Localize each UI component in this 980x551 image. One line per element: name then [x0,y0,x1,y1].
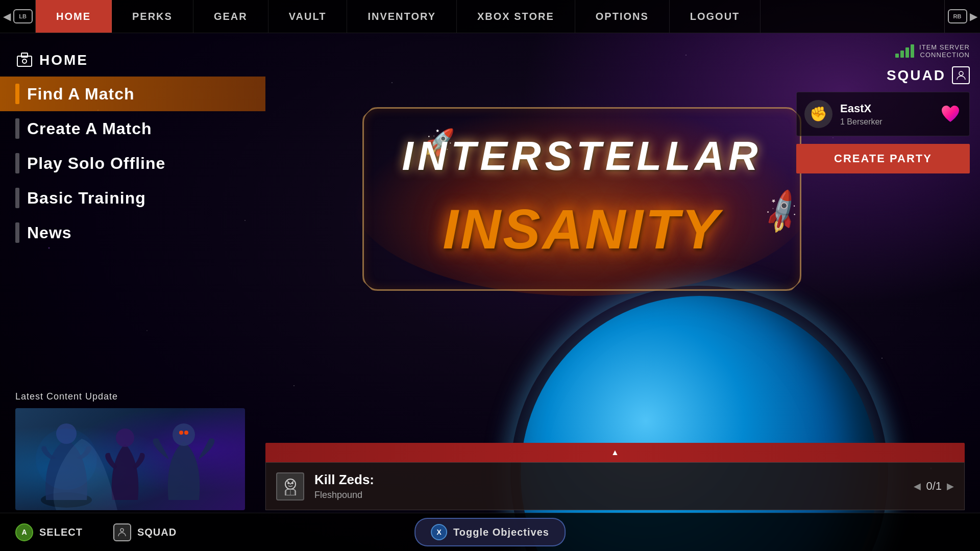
connection-label: CONNECTION [919,51,970,59]
nav-item-vault[interactable]: VAULT [268,0,348,33]
menu-indicator [15,222,19,243]
nav-item-inventory[interactable]: INVENTORY [347,0,457,33]
menu-indicator [15,188,19,208]
svg-point-13 [291,482,293,484]
player-info: EastX 1 Berserker [840,102,939,127]
svg-point-8 [173,423,195,446]
squad-button[interactable] [113,523,131,541]
svg-point-14 [120,529,124,532]
x-button: X [431,524,447,540]
menu-label-find-match: Find A Match [27,85,135,104]
objective-title: Kill Zeds: [314,472,914,488]
svg-point-2 [22,59,27,63]
bottom-bar: A SELECT SQUAD X Toggle Objectives [0,513,980,551]
menu-item-create-match[interactable]: Create A Match [0,111,265,146]
item-server-status: ITEM SERVER CONNECTION [796,43,970,59]
menu-indicator [15,84,19,104]
navbar: ◀ LB HOME PERKS GEAR VAULT INVENTORY XBO… [0,0,980,33]
player-name: EastX [840,102,939,115]
logo-title: INTERSTELLAR [352,133,812,180]
nav-item-logout[interactable]: LOGOUT [670,0,761,33]
logo-subtitle: INSANITY [352,196,812,261]
select-label: SELECT [39,527,83,538]
thumbnail-zeds-svg [15,408,245,510]
nav-item-perks[interactable]: PERKS [112,0,193,33]
bottom-action-select: A SELECT [15,523,83,541]
latest-content-label: Latest Content Update [15,391,255,402]
player-heart [939,103,962,126]
signal-bar-1 [895,54,899,58]
squad-icon [952,66,970,84]
svg-point-12 [287,482,289,484]
create-party-button[interactable]: CREATE PARTY [796,144,970,173]
bottom-left-section: Latest Content Update [15,391,255,510]
sidebar-title: HOME [39,52,88,68]
nav-item-gear[interactable]: GEAR [193,0,268,33]
item-server-label: ITEM SERVER [919,43,970,51]
menu-item-play-solo[interactable]: Play Solo Offline [0,146,265,181]
nav-left-arrow-icon: ◀ [3,10,11,22]
signal-bar-2 [900,51,904,58]
menu-indicator [15,153,19,173]
sidebar: HOME Find A Match Create A Match Play So… [0,33,265,250]
menu-indicator [15,118,19,139]
a-button[interactable]: A [15,523,33,541]
objective-subtitle: Fleshpound [314,490,914,500]
lb-button[interactable]: LB [13,9,33,23]
menu-label-basic-training: Basic Training [27,189,146,208]
objective-info: Kill Zeds: Fleshpound [314,472,914,500]
toggle-objectives-label: Toggle Objectives [453,527,549,538]
toggle-objectives-button[interactable]: X Toggle Objectives [414,518,566,546]
squad-label: SQUAD [137,527,177,538]
progress-next-icon: ▶ [947,481,954,492]
bottom-action-squad: SQUAD [113,523,177,541]
nav-items: HOME PERKS GEAR VAULT INVENTORY XBOX STO… [36,0,944,33]
squad-header: SQUAD [796,66,970,84]
svg-point-9 [179,431,183,435]
menu-label-play-solo: Play Solo Offline [27,154,165,173]
svg-point-3 [959,71,963,76]
menu-item-basic-training[interactable]: Basic Training [0,181,265,215]
objective-progress: ◀ 0/1 ▶ [914,480,954,493]
nav-item-home[interactable]: HOME [36,0,112,33]
home-icon [15,51,33,69]
nav-rb-section: RB ▶ [944,0,980,33]
berserker-icon: ✊ [810,106,827,122]
objectives-panel: ▲ Kill Zeds: Fleshpound ◀ 0/1 ▶ [250,443,980,510]
menu-item-find-match[interactable]: Find A Match [0,77,265,111]
nav-lb-section: ◀ LB [0,0,36,33]
objective-item-kill-zeds: Kill Zeds: Fleshpound ◀ 0/1 ▶ [265,462,965,510]
collapse-arrow-icon: ▲ [611,448,619,457]
nav-right-arrow-icon: ▶ [970,10,977,22]
svg-point-10 [184,431,188,435]
game-logo: 🚀 INTERSTELLAR INSANITY [352,102,812,296]
player-class-icon: ✊ [804,100,832,128]
squad-label: SQUAD [887,67,946,84]
menu-item-news[interactable]: News [0,215,265,250]
sidebar-header: HOME [0,43,265,77]
progress-prev-icon: ◀ [914,481,921,492]
item-server-text: ITEM SERVER CONNECTION [919,43,970,59]
signal-bars-icon [895,44,914,58]
menu-label-create-match: Create A Match [27,119,152,138]
nav-item-xbox-store[interactable]: XBOX STORE [457,0,575,33]
menu-label-news: News [27,223,72,242]
content-thumbnail [15,408,245,510]
heart-icon [940,104,961,125]
signal-bar-3 [905,47,909,58]
player-class: 1 Berserker [840,117,939,127]
nav-item-options[interactable]: OPTIONS [575,0,670,33]
objective-collapse-button[interactable]: ▲ [265,443,965,462]
player-card: ✊ EastX 1 Berserker [796,92,970,136]
right-panel: ITEM SERVER CONNECTION SQUAD ✊ EastX 1 B… [786,33,980,184]
kill-zeds-icon [276,472,304,500]
svg-point-7 [116,429,134,447]
progress-value: 0/1 [926,480,942,493]
signal-bar-4 [911,44,914,58]
rb-button[interactable]: RB [948,9,967,23]
